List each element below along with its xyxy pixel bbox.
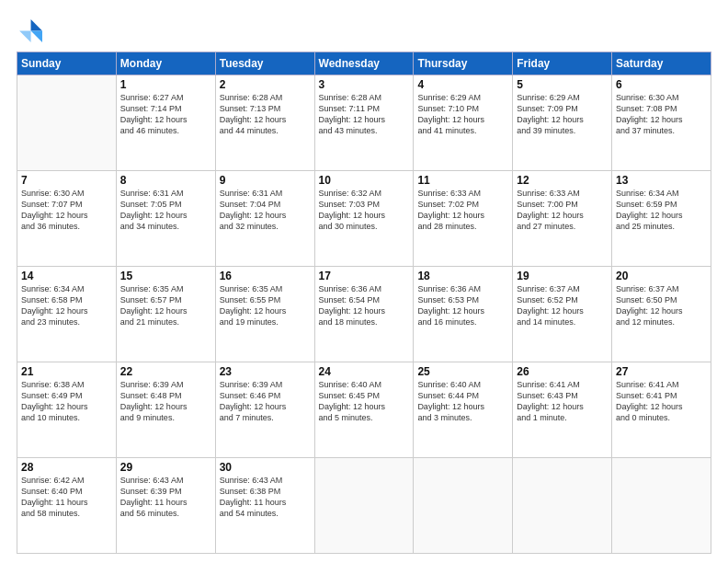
cell-content: Sunrise: 6:29 AM Sunset: 7:10 PM Dayligh…	[417, 92, 508, 137]
logo	[17, 17, 46, 42]
calendar-cell: 17Sunrise: 6:36 AM Sunset: 6:54 PM Dayli…	[314, 267, 414, 362]
calendar-cell: 13Sunrise: 6:34 AM Sunset: 6:59 PM Dayli…	[612, 171, 711, 267]
weekday-header-saturday: Saturday	[612, 52, 711, 75]
day-number: 6	[616, 78, 707, 91]
calendar-cell: 19Sunrise: 6:37 AM Sunset: 6:52 PM Dayli…	[513, 267, 612, 362]
calendar-cell: 16Sunrise: 6:35 AM Sunset: 6:55 PM Dayli…	[215, 267, 314, 362]
calendar-cell: 30Sunrise: 6:43 AM Sunset: 6:38 PM Dayli…	[215, 458, 314, 554]
calendar-cell: 9Sunrise: 6:31 AM Sunset: 7:04 PM Daylig…	[215, 171, 314, 267]
calendar-cell: 2Sunrise: 6:28 AM Sunset: 7:13 PM Daylig…	[215, 75, 314, 171]
week-row-3: 14Sunrise: 6:34 AM Sunset: 6:58 PM Dayli…	[17, 267, 711, 362]
day-number: 8	[120, 174, 211, 187]
day-number: 21	[21, 365, 112, 378]
cell-content: Sunrise: 6:28 AM Sunset: 7:13 PM Dayligh…	[220, 92, 311, 137]
cell-content: Sunrise: 6:30 AM Sunset: 7:08 PM Dayligh…	[616, 92, 707, 137]
cell-content: Sunrise: 6:36 AM Sunset: 6:53 PM Dayligh…	[417, 283, 508, 328]
logo-icon	[17, 17, 42, 42]
calendar-page: SundayMondayTuesdayWednesdayThursdayFrid…	[0, 0, 728, 563]
cell-content: Sunrise: 6:37 AM Sunset: 6:50 PM Dayligh…	[616, 283, 707, 328]
calendar-cell: 22Sunrise: 6:39 AM Sunset: 6:48 PM Dayli…	[116, 362, 215, 458]
cell-content: Sunrise: 6:38 AM Sunset: 6:49 PM Dayligh…	[21, 379, 112, 424]
cell-content: Sunrise: 6:40 AM Sunset: 6:44 PM Dayligh…	[417, 379, 508, 424]
day-number: 9	[220, 174, 311, 187]
svg-marker-0	[31, 19, 42, 30]
cell-content: Sunrise: 6:43 AM Sunset: 6:39 PM Dayligh…	[120, 475, 211, 520]
week-row-1: 1Sunrise: 6:27 AM Sunset: 7:14 PM Daylig…	[17, 75, 711, 171]
header	[17, 17, 711, 42]
day-number: 22	[120, 365, 211, 378]
calendar-cell: 3Sunrise: 6:28 AM Sunset: 7:11 PM Daylig…	[314, 75, 414, 171]
cell-content: Sunrise: 6:31 AM Sunset: 7:04 PM Dayligh…	[220, 188, 311, 233]
calendar-cell: 29Sunrise: 6:43 AM Sunset: 6:39 PM Dayli…	[116, 458, 215, 554]
day-number: 11	[417, 174, 508, 187]
cell-content: Sunrise: 6:37 AM Sunset: 6:52 PM Dayligh…	[517, 283, 608, 328]
calendar-cell: 4Sunrise: 6:29 AM Sunset: 7:10 PM Daylig…	[414, 75, 513, 171]
cell-content: Sunrise: 6:41 AM Sunset: 6:41 PM Dayligh…	[616, 379, 707, 424]
weekday-header-wednesday: Wednesday	[314, 52, 414, 75]
calendar-cell: 20Sunrise: 6:37 AM Sunset: 6:50 PM Dayli…	[612, 267, 711, 362]
cell-content: Sunrise: 6:39 AM Sunset: 6:46 PM Dayligh…	[220, 379, 311, 424]
day-number: 28	[21, 461, 112, 474]
cell-content: Sunrise: 6:34 AM Sunset: 6:58 PM Dayligh…	[21, 283, 112, 328]
calendar-cell: 21Sunrise: 6:38 AM Sunset: 6:49 PM Dayli…	[17, 362, 117, 458]
week-row-2: 7Sunrise: 6:30 AM Sunset: 7:07 PM Daylig…	[17, 171, 711, 267]
day-number: 14	[21, 270, 112, 282]
cell-content: Sunrise: 6:27 AM Sunset: 7:14 PM Dayligh…	[120, 92, 211, 137]
calendar-cell	[314, 458, 414, 554]
calendar-cell: 8Sunrise: 6:31 AM Sunset: 7:05 PM Daylig…	[116, 171, 215, 267]
cell-content: Sunrise: 6:40 AM Sunset: 6:45 PM Dayligh…	[319, 379, 410, 424]
calendar-cell	[612, 458, 711, 554]
calendar-cell: 26Sunrise: 6:41 AM Sunset: 6:43 PM Dayli…	[513, 362, 612, 458]
day-number: 15	[120, 270, 211, 282]
day-number: 25	[417, 365, 508, 378]
calendar-cell: 11Sunrise: 6:33 AM Sunset: 7:02 PM Dayli…	[414, 171, 513, 267]
day-number: 26	[517, 365, 608, 378]
cell-content: Sunrise: 6:28 AM Sunset: 7:11 PM Dayligh…	[319, 92, 410, 137]
weekday-header-thursday: Thursday	[414, 52, 513, 75]
day-number: 3	[319, 78, 410, 91]
day-number: 19	[517, 270, 608, 282]
calendar-cell: 25Sunrise: 6:40 AM Sunset: 6:44 PM Dayli…	[414, 362, 513, 458]
calendar-cell: 27Sunrise: 6:41 AM Sunset: 6:41 PM Dayli…	[612, 362, 711, 458]
cell-content: Sunrise: 6:35 AM Sunset: 6:55 PM Dayligh…	[220, 283, 311, 328]
calendar-cell: 23Sunrise: 6:39 AM Sunset: 6:46 PM Dayli…	[215, 362, 314, 458]
day-number: 27	[616, 365, 707, 378]
svg-marker-2	[19, 31, 30, 42]
day-number: 7	[21, 174, 112, 187]
week-row-4: 21Sunrise: 6:38 AM Sunset: 6:49 PM Dayli…	[17, 362, 711, 458]
weekday-header-monday: Monday	[116, 52, 215, 75]
day-number: 17	[319, 270, 410, 282]
calendar-cell	[17, 75, 117, 171]
cell-content: Sunrise: 6:36 AM Sunset: 6:54 PM Dayligh…	[319, 283, 410, 328]
cell-content: Sunrise: 6:33 AM Sunset: 7:02 PM Dayligh…	[417, 188, 508, 233]
svg-marker-1	[31, 31, 42, 42]
day-number: 29	[120, 461, 211, 474]
day-number: 30	[220, 461, 311, 474]
day-number: 16	[220, 270, 311, 282]
calendar-cell: 24Sunrise: 6:40 AM Sunset: 6:45 PM Dayli…	[314, 362, 414, 458]
day-number: 23	[220, 365, 311, 378]
day-number: 20	[616, 270, 707, 282]
calendar-cell: 28Sunrise: 6:42 AM Sunset: 6:40 PM Dayli…	[17, 458, 117, 554]
cell-content: Sunrise: 6:42 AM Sunset: 6:40 PM Dayligh…	[21, 475, 112, 520]
calendar-cell: 6Sunrise: 6:30 AM Sunset: 7:08 PM Daylig…	[612, 75, 711, 171]
cell-content: Sunrise: 6:29 AM Sunset: 7:09 PM Dayligh…	[517, 92, 608, 137]
day-number: 4	[417, 78, 508, 91]
calendar-cell: 5Sunrise: 6:29 AM Sunset: 7:09 PM Daylig…	[513, 75, 612, 171]
day-number: 13	[616, 174, 707, 187]
calendar-cell	[414, 458, 513, 554]
cell-content: Sunrise: 6:31 AM Sunset: 7:05 PM Dayligh…	[120, 188, 211, 233]
cell-content: Sunrise: 6:32 AM Sunset: 7:03 PM Dayligh…	[319, 188, 410, 233]
day-number: 18	[417, 270, 508, 282]
weekday-header-tuesday: Tuesday	[215, 52, 314, 75]
cell-content: Sunrise: 6:33 AM Sunset: 7:00 PM Dayligh…	[517, 188, 608, 233]
cell-content: Sunrise: 6:41 AM Sunset: 6:43 PM Dayligh…	[517, 379, 608, 424]
cell-content: Sunrise: 6:30 AM Sunset: 7:07 PM Dayligh…	[21, 188, 112, 233]
weekday-header-row: SundayMondayTuesdayWednesdayThursdayFrid…	[17, 52, 711, 75]
day-number: 2	[220, 78, 311, 91]
calendar-cell: 12Sunrise: 6:33 AM Sunset: 7:00 PM Dayli…	[513, 171, 612, 267]
calendar-cell: 7Sunrise: 6:30 AM Sunset: 7:07 PM Daylig…	[17, 171, 117, 267]
cell-content: Sunrise: 6:34 AM Sunset: 6:59 PM Dayligh…	[616, 188, 707, 233]
cell-content: Sunrise: 6:39 AM Sunset: 6:48 PM Dayligh…	[120, 379, 211, 424]
calendar-cell	[513, 458, 612, 554]
